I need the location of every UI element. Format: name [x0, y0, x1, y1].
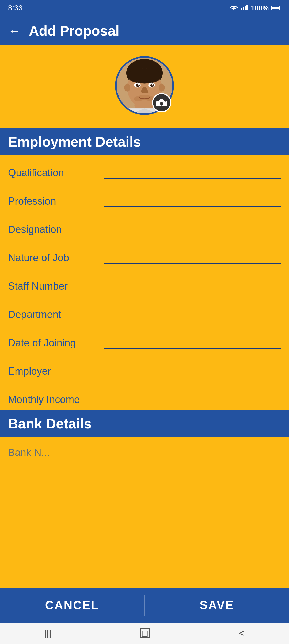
staff-number-field: Staff Number — [8, 269, 281, 297]
employer-input[interactable] — [104, 364, 281, 377]
svg-rect-4 — [246, 5, 248, 10]
svg-point-24 — [160, 102, 163, 105]
svg-point-11 — [127, 68, 162, 84]
svg-point-19 — [152, 84, 153, 86]
designation-input[interactable] — [104, 222, 281, 235]
camera-button[interactable] — [152, 93, 171, 112]
employment-section-header: Employment Details — [0, 128, 289, 155]
svg-point-18 — [138, 84, 139, 86]
form-fields: Qualification Profession Designation Nat… — [0, 155, 289, 410]
monthly-income-input[interactable] — [104, 392, 281, 405]
bank-name-input[interactable] — [104, 445, 281, 458]
svg-point-13 — [159, 83, 165, 91]
employer-field: Employer — [8, 354, 281, 382]
qualification-label: Qualification — [8, 167, 99, 179]
scrollable-content: Employment Details Qualification Profess… — [0, 45, 289, 644]
android-menu-icon[interactable]: ||| — [45, 628, 51, 638]
nature-of-job-field: Nature of Job — [8, 240, 281, 269]
designation-field: Designation — [8, 212, 281, 240]
android-nav-bar: ||| □ < — [0, 623, 289, 644]
svg-rect-2 — [243, 7, 244, 10]
date-of-joining-field: Date of Joining — [8, 325, 281, 354]
svg-rect-1 — [241, 8, 242, 10]
nature-of-job-label: Nature of Job — [8, 252, 99, 264]
save-button[interactable]: SAVE — [145, 588, 289, 623]
bottom-action-bar: CANCEL SAVE — [0, 588, 289, 623]
profession-label: Profession — [8, 195, 99, 207]
page-title: Add Proposal — [29, 23, 119, 39]
svg-point-17 — [150, 83, 154, 87]
bank-section-title: Bank Details — [8, 416, 92, 431]
battery-percentage: 100% — [251, 4, 269, 12]
employment-section-title: Employment Details — [8, 134, 141, 150]
android-home-icon[interactable]: □ — [140, 628, 150, 638]
monthly-income-label: Monthly Income — [8, 394, 99, 405]
date-of-joining-label: Date of Joining — [8, 337, 99, 349]
svg-point-16 — [136, 83, 140, 87]
bank-name-label: Bank N... — [8, 447, 99, 458]
bank-name-field: Bank N... — [8, 442, 281, 458]
designation-label: Designation — [8, 224, 99, 235]
bank-section-header: Bank Details — [0, 410, 289, 437]
staff-number-label: Staff Number — [8, 281, 99, 292]
profession-field: Profession — [8, 183, 281, 212]
svg-point-12 — [124, 83, 130, 91]
monthly-income-field: Monthly Income — [8, 382, 281, 410]
employer-label: Employer — [8, 366, 99, 377]
svg-rect-7 — [272, 7, 279, 9]
status-bar: 8:33 100% — [0, 0, 289, 16]
status-time: 8:33 — [8, 4, 23, 12]
department-label: Department — [8, 309, 99, 320]
signal-icon — [241, 4, 248, 12]
staff-number-input[interactable] — [104, 279, 281, 292]
bank-fields-partial: Bank N... — [0, 437, 289, 458]
svg-point-0 — [233, 9, 234, 10]
battery-icon — [271, 4, 281, 12]
svg-rect-3 — [245, 6, 246, 10]
qualification-field: Qualification — [8, 155, 281, 183]
department-input[interactable] — [104, 307, 281, 320]
nature-of-job-input[interactable] — [104, 250, 281, 264]
date-of-joining-input[interactable] — [104, 335, 281, 349]
profession-input[interactable] — [104, 194, 281, 207]
svg-point-25 — [165, 101, 166, 102]
svg-rect-6 — [279, 7, 280, 9]
wifi-icon — [230, 4, 238, 12]
cancel-button[interactable]: CANCEL — [0, 588, 144, 623]
avatar-wrapper — [115, 56, 174, 115]
qualification-input[interactable] — [104, 165, 281, 179]
back-button[interactable]: ← — [8, 24, 21, 38]
android-back-icon[interactable]: < — [239, 628, 244, 639]
top-navigation-bar: ← Add Proposal — [0, 16, 289, 45]
profile-section — [0, 45, 289, 128]
department-field: Department — [8, 297, 281, 325]
status-icons: 100% — [230, 4, 281, 12]
